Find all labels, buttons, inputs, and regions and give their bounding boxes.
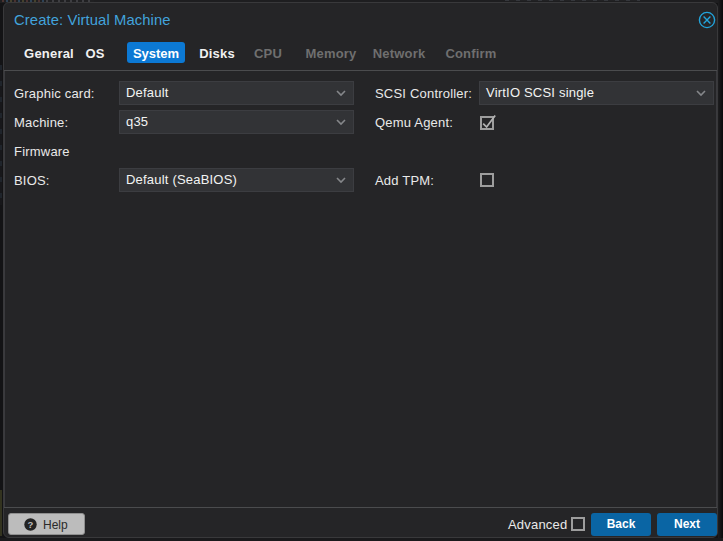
svg-text:?: ? xyxy=(28,519,34,530)
